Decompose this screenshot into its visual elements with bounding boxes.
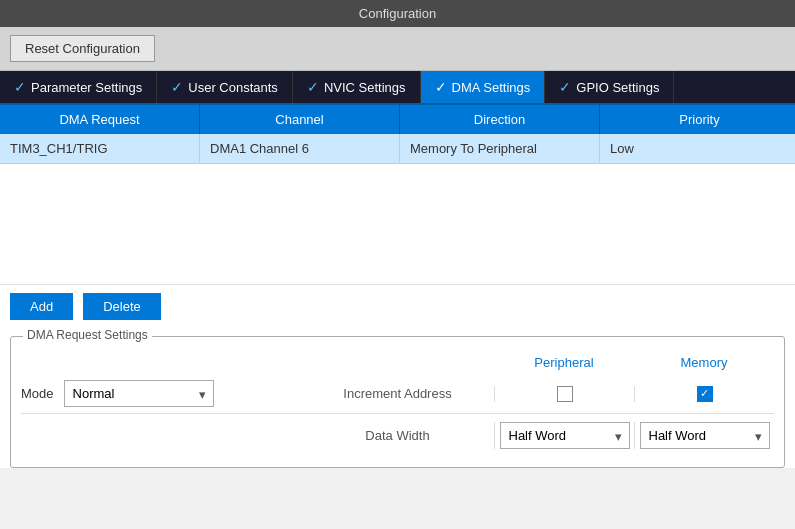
tab-gpio-check-icon: ✓ bbox=[559, 79, 571, 95]
memory-checkbox[interactable] bbox=[697, 386, 713, 402]
add-button[interactable]: Add bbox=[10, 293, 73, 320]
delete-button[interactable]: Delete bbox=[83, 293, 161, 320]
memory-data-width-select[interactable]: Byte Half Word Word bbox=[640, 422, 770, 449]
cell-direction: Memory To Peripheral bbox=[400, 134, 600, 163]
title-bar: Configuration bbox=[0, 0, 795, 27]
peripheral-data-width-select[interactable]: Byte Half Word Word bbox=[500, 422, 630, 449]
data-width-label: Data Width bbox=[301, 428, 494, 443]
tab-user-check-icon: ✓ bbox=[171, 79, 183, 95]
table-header: DMA Request Channel Direction Priority bbox=[0, 103, 795, 134]
tab-dma-check-icon: ✓ bbox=[435, 79, 447, 95]
settings-legend: DMA Request Settings bbox=[23, 328, 152, 342]
tab-nvic-label: NVIC Settings bbox=[324, 80, 406, 95]
tab-user-constants[interactable]: ✓ User Constants bbox=[157, 71, 293, 103]
col-header-direction: Direction bbox=[400, 105, 600, 134]
tab-gpio-label: GPIO Settings bbox=[576, 80, 659, 95]
tab-dma-settings[interactable]: ✓ DMA Settings bbox=[421, 71, 546, 103]
dma-request-settings: DMA Request Settings Peripheral Memory M… bbox=[10, 336, 785, 468]
col-header-priority: Priority bbox=[600, 105, 795, 134]
mode-label: Mode bbox=[21, 386, 54, 401]
tab-param-check-icon: ✓ bbox=[14, 79, 26, 95]
memory-checkbox-cell bbox=[634, 386, 774, 402]
table-row[interactable]: TIM3_CH1/TRIG DMA1 Channel 6 Memory To P… bbox=[0, 134, 795, 164]
cell-dma-request: TIM3_CH1/TRIG bbox=[0, 134, 200, 163]
tab-user-label: User Constants bbox=[188, 80, 278, 95]
memory-data-width-wrap[interactable]: Byte Half Word Word bbox=[640, 422, 770, 449]
tab-nvic-settings[interactable]: ✓ NVIC Settings bbox=[293, 71, 421, 103]
peripheral-checkbox[interactable] bbox=[557, 386, 573, 402]
peripheral-col-header: Peripheral bbox=[494, 355, 634, 370]
mode-select-wrap[interactable]: Normal Circular bbox=[64, 380, 214, 407]
cell-channel: DMA1 Channel 6 bbox=[200, 134, 400, 163]
main-content: DMA Request Channel Direction Priority T… bbox=[0, 103, 795, 468]
empty-table-area bbox=[0, 164, 795, 284]
peripheral-checkbox-cell bbox=[494, 386, 634, 402]
tab-dma-label: DMA Settings bbox=[452, 80, 531, 95]
mode-select[interactable]: Normal Circular bbox=[64, 380, 214, 407]
settings-inner: Peripheral Memory Mode Normal Circular I… bbox=[21, 355, 774, 457]
memory-col-header: Memory bbox=[634, 355, 774, 370]
tab-gpio-settings[interactable]: ✓ GPIO Settings bbox=[545, 71, 674, 103]
peripheral-data-width-cell: Byte Half Word Word bbox=[494, 422, 634, 449]
tab-param-label: Parameter Settings bbox=[31, 80, 142, 95]
col-header-dma-request: DMA Request bbox=[0, 105, 200, 134]
increment-address-label: Increment Address bbox=[301, 386, 494, 401]
reset-config-button[interactable]: Reset Configuration bbox=[10, 35, 155, 62]
cell-priority: Low bbox=[600, 134, 795, 163]
peripheral-data-width-wrap[interactable]: Byte Half Word Word bbox=[500, 422, 630, 449]
col-header-channel: Channel bbox=[200, 105, 400, 134]
action-bar: Add Delete bbox=[0, 284, 795, 328]
toolbar: Reset Configuration bbox=[0, 27, 795, 71]
tab-nvic-check-icon: ✓ bbox=[307, 79, 319, 95]
tab-bar: ✓ Parameter Settings ✓ User Constants ✓ … bbox=[0, 71, 795, 103]
title-text: Configuration bbox=[359, 6, 436, 21]
tab-param-settings[interactable]: ✓ Parameter Settings bbox=[0, 71, 157, 103]
memory-data-width-cell: Byte Half Word Word bbox=[634, 422, 774, 449]
